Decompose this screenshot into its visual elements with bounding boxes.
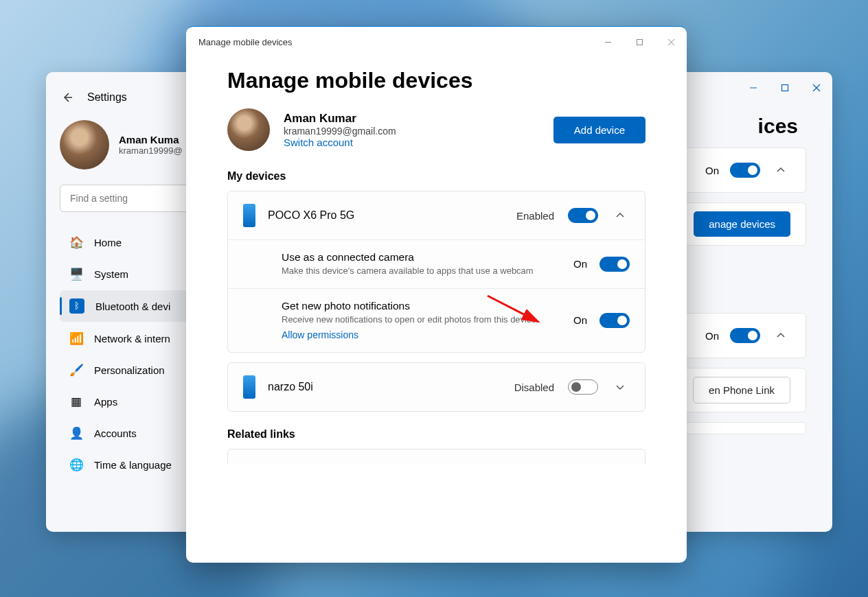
phone-icon <box>243 375 255 399</box>
related-links-card <box>227 449 646 464</box>
user-avatar <box>60 120 109 169</box>
related-links-heading: Related links <box>227 428 646 441</box>
svg-rect-6 <box>637 39 642 45</box>
chevron-up-icon[interactable] <box>771 161 790 180</box>
device-name: narzo 50i <box>268 381 502 393</box>
svg-rect-1 <box>782 85 788 91</box>
chevron-up-icon[interactable] <box>771 326 790 345</box>
wifi-icon: 📶 <box>69 331 83 345</box>
bg-toggle-2[interactable] <box>730 328 760 343</box>
device-row-poco[interactable]: POCO X6 Pro 5G Enabled <box>228 191 645 239</box>
globe-icon: 🌐 <box>69 458 83 471</box>
dialog-heading: Manage mobile devices <box>227 68 646 93</box>
bg-toggle-1[interactable] <box>730 163 760 178</box>
photo-title: Get new photo notifications <box>282 300 561 312</box>
dialog-minimize-button[interactable] <box>592 27 624 57</box>
manage-devices-dialog: Manage mobile devices Manage mobile devi… <box>186 26 687 563</box>
brush-icon: 🖌️ <box>69 363 83 377</box>
window-controls <box>738 72 832 104</box>
open-phone-link-button[interactable]: en Phone Link <box>693 377 790 403</box>
photo-notifications-row: Get new photo notifications Receive new … <box>228 288 645 353</box>
user-name: Aman Kuma <box>119 134 183 145</box>
connected-camera-row: Use as a connected camera Make this devi… <box>228 239 645 288</box>
phone-icon <box>243 204 255 227</box>
bluetooth-icon: ᛒ <box>69 298 84 314</box>
person-icon: 👤 <box>69 426 83 440</box>
my-devices-heading: My devices <box>227 170 646 183</box>
dialog-titlebar: Manage mobile devices <box>186 27 687 57</box>
user-email: kraman19999@ <box>119 145 183 156</box>
minimize-button[interactable] <box>738 72 769 104</box>
device-enable-toggle[interactable] <box>568 208 598 223</box>
home-icon: 🏠 <box>69 235 83 249</box>
apps-icon: ▦ <box>69 395 83 408</box>
camera-state-label: On <box>573 258 587 270</box>
allow-permissions-link[interactable]: Allow permissions <box>282 329 358 340</box>
device-row-narzo[interactable]: narzo 50i Disabled <box>228 363 645 411</box>
device-status-label: Enabled <box>516 210 554 222</box>
account-email: kraman19999@gmail.com <box>284 126 396 137</box>
device-card-poco: POCO X6 Pro 5G Enabled Use as a connecte… <box>227 191 646 353</box>
chevron-up-icon[interactable] <box>610 206 630 225</box>
add-device-button[interactable]: Add device <box>553 117 646 143</box>
settings-title: Settings <box>87 91 127 104</box>
close-button[interactable] <box>801 72 832 104</box>
manage-devices-button[interactable]: anage devices <box>694 211 790 237</box>
device-enable-toggle[interactable] <box>568 379 598 395</box>
switch-account-link[interactable]: Switch account <box>284 137 396 148</box>
camera-desc: Make this device's camera available to a… <box>282 265 561 277</box>
dialog-maximize-button[interactable] <box>624 27 655 57</box>
account-row: Aman Kumar kraman19999@gmail.com Switch … <box>227 108 646 151</box>
photo-desc: Receive new notifications to open or edi… <box>282 314 561 326</box>
chevron-down-icon[interactable] <box>610 377 630 397</box>
dialog-close-button[interactable] <box>655 27 687 57</box>
dialog-title: Manage mobile devices <box>198 37 293 47</box>
camera-title: Use as a connected camera <box>282 251 561 264</box>
back-button[interactable] <box>60 90 75 105</box>
photo-toggle[interactable] <box>599 313 630 328</box>
camera-toggle[interactable] <box>599 257 630 272</box>
system-icon: 🖥️ <box>69 267 83 281</box>
device-status-label: Disabled <box>514 382 554 393</box>
device-name: POCO X6 Pro 5G <box>268 209 504 222</box>
maximize-button[interactable] <box>769 72 801 104</box>
photo-state-label: On <box>573 314 587 326</box>
account-name: Aman Kumar <box>284 112 396 126</box>
device-card-narzo: narzo 50i Disabled <box>227 362 646 412</box>
account-avatar <box>227 108 270 151</box>
